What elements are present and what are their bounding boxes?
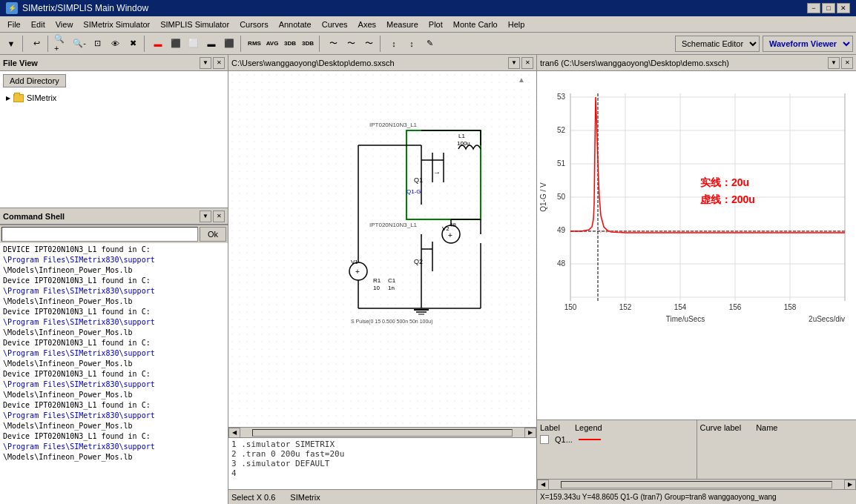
file-view-minimize[interactable]: ▼ [200,57,211,69]
toolbar-avg[interactable]: AVG [264,36,280,52]
menu-cursors[interactable]: Cursors [235,19,273,30]
log-line-1: \Program Files\SIMetrix830\support [3,255,225,265]
maximize-button[interactable]: □ [822,3,835,13]
svg-text:Q1-G: Q1-G [406,188,421,195]
toolbar-sep-5 [319,36,322,52]
wave-status-bar: X=159.343u Y=48.8605 Q1-G (tran7) Group=… [537,489,856,504]
schematic-content[interactable]: ▲ IPT020N10N3_L1 → Q1 L1 [228,71,536,427]
menu-simetrix-sim[interactable]: SIMetrix Simulator [79,19,154,30]
cmd-ok-button[interactable]: Ok [200,227,226,242]
wave-legend-row-0: Q1... [540,435,694,444]
menu-annotate[interactable]: Annotate [274,19,316,30]
log-line-9: Device IPT020N10N3_L1 found in C: [3,338,225,348]
menu-plot[interactable]: Plot [424,19,447,30]
toolbar-wave-s1[interactable]: 〜 [325,36,341,52]
close-button[interactable]: ✕ [837,3,850,13]
toolbar-cursor2[interactable]: ↕ [404,36,420,52]
wave-h-scrollbar[interactable]: ◀ ▶ [537,479,856,489]
toolbar-wave5[interactable]: ⬛ [221,36,237,52]
menu-monte-carlo[interactable]: Monte Carlo [449,19,502,30]
svg-text:实线：20u: 实线：20u [699,176,749,188]
menu-edit[interactable]: Edit [27,19,50,30]
script-line-2: 3 .simulator DEFAULT [231,459,533,468]
cmd-close[interactable]: ✕ [213,210,225,222]
toolbar-zoom-out[interactable]: 🔍- [71,36,88,52]
cmd-input-field[interactable] [1,227,198,242]
log-line-5: \Models\Infineon_Power_Mos.lb [3,296,225,307]
toolbar-3db2[interactable]: 3DB [300,36,316,52]
wave-status-text: X=159.343u Y=48.8605 Q1-G (tran7) Group=… [540,493,777,501]
legend-checkbox[interactable] [540,435,549,444]
menu-curves[interactable]: Curves [317,19,352,30]
schematic-svg: ▲ IPT020N10N3_L1 → Q1 L1 [228,71,536,427]
menu-help[interactable]: Help [504,19,530,30]
wave-scroll-track[interactable] [561,481,832,488]
wave-legend-right: Curve label Name [697,420,857,479]
toolbar-marker[interactable]: ✎ [421,36,438,52]
menu-view[interactable]: View [51,19,78,30]
svg-text:51: 51 [557,159,566,168]
log-line-12: Device IPT020N10N3_L1 found in C: [3,369,225,379]
log-line-15: Device IPT020N10N3_L1 found in C: [3,400,225,411]
svg-text:Q1: Q1 [414,176,423,184]
log-line-18: Device IPT020N10N3_L1 found in C: [3,431,225,442]
file-view-close[interactable]: ✕ [213,57,225,69]
wave-legend-left: Label Legend Q1... [537,420,697,479]
toolbar-wave1[interactable]: ▬ [150,36,166,52]
log-line-16: \Program Files\SIMetrix830\support [3,411,225,421]
log-line-17: \Models\Infineon_Power_Mos.lb [3,421,225,431]
menu-file[interactable]: File [3,19,25,30]
scroll-right-btn[interactable]: ▶ [524,428,536,438]
waveform-viewer-dropdown[interactable]: Waveform Viewer [763,36,853,52]
svg-text:10: 10 [373,285,380,291]
log-line-20: \Models\Infineon_Power_Mos.lb [3,452,225,462]
toolbar-undo[interactable]: ↩ [28,36,45,52]
legend-legend-col: Legend [575,423,602,432]
svg-text:+: + [355,268,360,276]
log-line-6: Device IPT020N10N3_L1 found in C: [3,307,225,317]
script-line-3: 4 [231,468,533,478]
svg-text:S Pulse(0 15 0.500 500n 50n 10: S Pulse(0 15 0.500 500n 50n 100u) [351,319,433,325]
toolbar-run-x[interactable]: ✖ [125,36,141,52]
menu-simplis-sim[interactable]: SIMPLIS Simulator [156,19,234,30]
schematic-h-scrollbar[interactable]: ◀ ▶ [228,427,536,437]
tree-item-simetrix[interactable]: ▶ SIMetrix [3,92,225,104]
wave-minimize[interactable]: ▼ [828,57,840,69]
cmd-minimize[interactable]: ▼ [200,210,211,222]
schematic-editor-dropdown[interactable]: Schematic Editor [675,36,760,52]
toolbar-zoom-fit[interactable]: ⊡ [89,36,105,52]
minimize-button[interactable]: − [807,3,820,13]
log-line-19: \Program Files\SIMetrix830\support [3,442,225,452]
toolbar-wave-s2[interactable]: 〜 [343,36,359,52]
tree-item-label: SIMetrix [27,93,56,102]
wave-scroll-left[interactable]: ◀ [537,480,549,490]
wave-close[interactable]: ✕ [841,57,853,69]
wave-scroll-right[interactable]: ▶ [844,480,856,490]
scroll-left-btn[interactable]: ◀ [228,428,240,438]
wave-legend-area: Label Legend Q1... Curve label Name [537,420,856,479]
toolbar-btn-1[interactable]: ▼ [3,36,19,52]
scroll-track[interactable] [252,429,513,437]
svg-text:48: 48 [557,259,566,268]
add-directory-button[interactable]: Add Directory [3,74,66,87]
wave-content[interactable]: 53 52 51 50 49 48 Q1-G / V 150 152 154 1… [537,71,856,420]
toolbar-rms[interactable]: RMS [246,36,263,52]
toolbar-cursor1[interactable]: ↕ [386,36,402,52]
toolbar-wave4[interactable]: ▬ [203,36,220,52]
toolbar-3db1[interactable]: 3DB [282,36,298,52]
toolbar-wave3[interactable]: ⬜ [185,36,202,52]
svg-text:→: → [433,168,441,176]
log-line-3: Device IPT020N10N3_L1 found in C: [3,276,225,286]
menu-axes[interactable]: Axes [354,19,381,30]
menu-bar: File Edit View SIMetrix Simulator SIMPLI… [0,16,856,33]
schematic-minimize[interactable]: ▼ [508,57,520,69]
toolbar-wave2[interactable]: ⬛ [168,36,184,52]
toolbar-wave-s3[interactable]: 〜 [360,36,377,52]
schematic-close[interactable]: ✕ [521,57,533,69]
svg-text:Q1-G / V: Q1-G / V [539,182,547,212]
toolbar-eye[interactable]: 👁 [107,36,123,52]
menu-measure[interactable]: Measure [382,19,423,30]
svg-text:158: 158 [784,303,797,311]
toolbar-zoom-in[interactable]: 🔍+ [53,36,70,52]
legend-name-col: Name [756,423,777,432]
